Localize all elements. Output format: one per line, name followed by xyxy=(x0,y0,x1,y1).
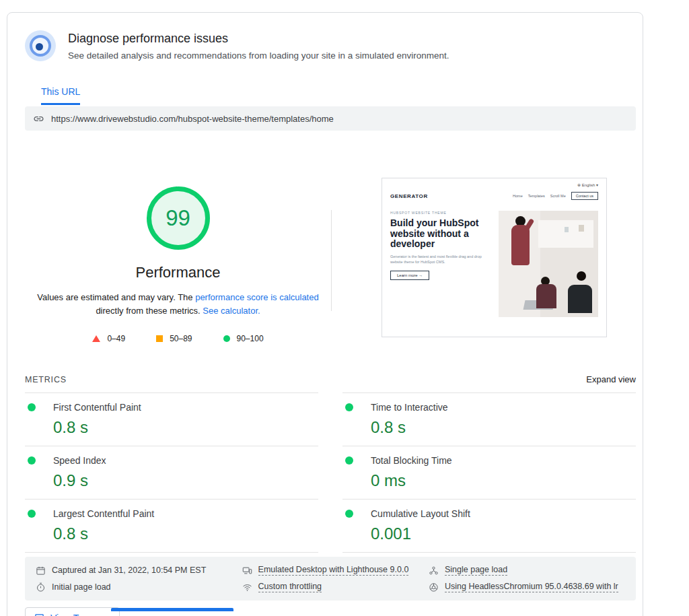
site-hero: HUBSPOT WEBSITE THEME Build your HubSpot… xyxy=(390,211,598,317)
metric-name: Time to Interactive xyxy=(371,402,448,413)
pass-circle-icon xyxy=(223,335,230,342)
report-card: Diagnose performance issues See detailed… xyxy=(7,12,643,616)
env-throttling-text[interactable]: Custom throttling xyxy=(258,582,322,592)
fail-triangle-icon xyxy=(92,335,100,342)
site-learn-more-button: Learn more → xyxy=(390,271,429,280)
site-nav: Home Templates Scroll Me Contact us xyxy=(513,192,598,200)
next-section-tab-indicator xyxy=(111,608,233,611)
metric-speed-index: Speed Index 0.9 s xyxy=(25,446,318,499)
metric-pass-dot-icon xyxy=(345,510,353,518)
site-eyebrow: HUBSPOT WEBSITE THEME xyxy=(390,211,492,215)
url-bar: https://www.drivewebstudio.com/hubspot-w… xyxy=(25,106,636,131)
page-load-icon xyxy=(429,566,439,576)
photo-shelf-item xyxy=(565,227,569,232)
photo-person-body xyxy=(511,225,530,265)
site-header: GENERATOR Home Templates Scroll Me Conta… xyxy=(390,192,598,200)
report-header: Diagnose performance issues See detailed… xyxy=(25,30,636,61)
legend-pass: 90–100 xyxy=(223,334,264,343)
site-nav-home: Home xyxy=(513,194,523,198)
site-heading: Build your HubSpot website without a dev… xyxy=(390,218,492,250)
see-calculator-link[interactable]: See calculator. xyxy=(203,306,260,316)
diagnose-icon xyxy=(25,30,56,61)
metrics-header: METRICS Expand view xyxy=(25,374,636,384)
url-text: https://www.drivewebstudio.com/hubspot-w… xyxy=(51,114,334,124)
stopwatch-icon xyxy=(36,582,46,592)
photo-person-head xyxy=(577,271,586,281)
metric-pass-dot-icon xyxy=(345,403,353,411)
page-subtitle: See detailed analysis and recommendation… xyxy=(68,50,449,61)
metric-pass-dot-icon xyxy=(28,510,36,518)
site-language-selector: ⊕ English ▾ xyxy=(577,182,598,187)
site-nav-templates: Templates xyxy=(528,194,545,198)
view-treemap-label: View Treemap xyxy=(50,613,110,616)
site-hero-text: HUBSPOT WEBSITE THEME Build your HubSpot… xyxy=(390,211,492,317)
env-emulated: Emulated Desktop with Lighthouse 9.0.0 xyxy=(242,565,429,576)
photo-shelf-item xyxy=(579,225,584,232)
env-chromium: Using HeadlessChromium 95.0.4638.69 with… xyxy=(429,582,625,592)
performance-calc-link[interactable]: performance score is calculated xyxy=(195,292,319,302)
metric-largest-contentful-paint: Largest Contentful Paint 0.8 s xyxy=(25,499,318,553)
diagnose-icon-dot xyxy=(36,43,43,50)
site-body-copy: Generator is the fastest and most flexib… xyxy=(390,254,484,265)
score-column: 99 Performance Values are estimated and … xyxy=(25,178,331,343)
devices-icon xyxy=(242,566,252,576)
metric-name: Cumulative Layout Shift xyxy=(371,508,470,519)
score-disclaimer: Values are estimated and may vary. The p… xyxy=(37,291,320,318)
env-single-page: Single page load xyxy=(429,565,625,576)
photo-person-body xyxy=(536,284,556,308)
link-icon xyxy=(33,113,44,125)
metric-value: 0.9 s xyxy=(53,471,318,490)
legend-fail: 0–49 xyxy=(92,334,125,343)
metrics-section-label: METRICS xyxy=(25,375,67,384)
env-throttling: Custom throttling xyxy=(242,582,429,592)
treemap-icon xyxy=(34,613,44,616)
legend-fail-range: 0–49 xyxy=(107,334,125,343)
metric-total-blocking-time: Total Blocking Time 0 ms xyxy=(342,446,636,499)
env-chromium-text[interactable]: Using HeadlessChromium 95.0.4638.69 with… xyxy=(445,582,618,592)
legend-pass-range: 90–100 xyxy=(237,334,264,343)
header-text: Diagnose performance issues See detailed… xyxy=(68,30,449,61)
legend-average: 50–89 xyxy=(156,334,192,343)
env-captured: Captured at Jan 31, 2022, 10:54 PM EST xyxy=(36,565,242,576)
metric-pass-dot-icon xyxy=(28,456,36,465)
metric-name: Largest Contentful Paint xyxy=(53,508,154,519)
chromium-icon xyxy=(429,582,439,592)
page-screenshot-thumbnail[interactable]: ⊕ English ▾ GENERATOR Home Templates Scr… xyxy=(382,178,607,337)
expand-view-button[interactable]: Expand view xyxy=(586,374,636,384)
metric-name: First Contentful Paint xyxy=(53,402,141,413)
metric-value: 0 ms xyxy=(371,471,636,490)
env-single-page-text[interactable]: Single page load xyxy=(445,565,507,576)
performance-label: Performance xyxy=(136,264,221,281)
hero-photo xyxy=(499,211,598,317)
tab-bar: This URL xyxy=(41,85,636,105)
env-initial-load: Initial page load xyxy=(36,582,242,592)
metric-value: 0.8 s xyxy=(53,524,318,543)
metric-first-contentful-paint: First Contentful Paint 0.8 s xyxy=(25,392,318,446)
metric-cumulative-layout-shift: Cumulative Layout Shift 0.001 xyxy=(342,499,636,553)
view-treemap-button[interactable]: View Treemap xyxy=(25,607,120,616)
metric-time-to-interactive: Time to Interactive 0.8 s xyxy=(342,392,636,446)
environment-bar: Captured at Jan 31, 2022, 10:54 PM EST E… xyxy=(25,557,636,601)
disclaimer-text-2: directly from these metrics. xyxy=(96,306,203,316)
site-nav-scrollme: Scroll Me xyxy=(550,194,566,198)
average-square-icon xyxy=(156,335,163,342)
metric-pass-dot-icon xyxy=(28,403,36,411)
calendar-icon xyxy=(36,566,46,576)
metric-value: 0.001 xyxy=(371,524,636,543)
site-contact-button: Contact us xyxy=(571,192,598,200)
performance-score-value: 99 xyxy=(145,184,212,252)
metric-pass-dot-icon xyxy=(345,456,353,465)
summary-section: 99 Performance Values are estimated and … xyxy=(25,178,636,343)
wifi-icon xyxy=(242,582,252,592)
tab-this-url[interactable]: This URL xyxy=(41,86,80,105)
metric-value: 0.8 s xyxy=(371,418,636,437)
env-emulated-text[interactable]: Emulated Desktop with Lighthouse 9.0.0 xyxy=(258,565,409,576)
score-legend: 0–49 50–89 90–100 xyxy=(92,334,263,343)
disclaimer-text-1: Values are estimated and may vary. The xyxy=(37,292,195,302)
performance-gauge[interactable]: 99 xyxy=(145,184,212,252)
metrics-grid: First Contentful Paint 0.8 s Time to Int… xyxy=(25,392,636,553)
photo-shelf xyxy=(538,220,593,248)
env-captured-text: Captured at Jan 31, 2022, 10:54 PM EST xyxy=(52,566,206,575)
site-logo: GENERATOR xyxy=(390,193,428,199)
metric-value: 0.8 s xyxy=(53,418,318,437)
